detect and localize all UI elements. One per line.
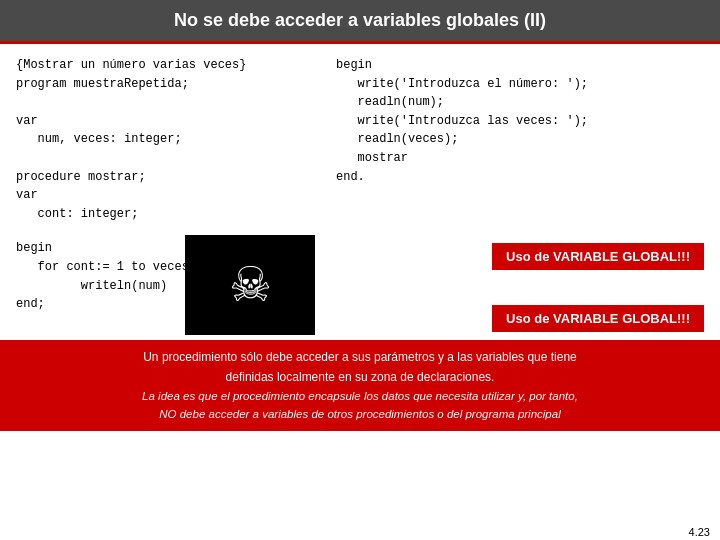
- code-line: begin: [336, 56, 684, 75]
- main-content: {Mostrar un número varias veces} program…: [0, 44, 720, 235]
- code-line: end.: [336, 168, 684, 187]
- title-bar: No se debe acceder a variables globales …: [0, 0, 720, 44]
- left-code-panel: {Mostrar un número varias veces} program…: [0, 44, 320, 235]
- warning-badge-2: Uso de VARIABLE GLOBAL!!!: [492, 305, 704, 332]
- warning-badge-1-container: Uso de VARIABLE GLOBAL!!!: [492, 243, 704, 270]
- code-line: num, veces: integer;: [16, 130, 304, 149]
- right-code-panel: begin write('Introduzca el número: '); r…: [320, 44, 700, 235]
- code-line: write('Introduzca las veces: ');: [336, 112, 684, 131]
- bottom-line-1: Un procedimiento sólo debe acceder a sus…: [16, 348, 704, 366]
- code-line: {Mostrar un número varias veces}: [16, 56, 304, 75]
- code-line: cont: integer;: [16, 205, 304, 224]
- bottom-line-3: La idea es que el procedimiento encapsul…: [16, 388, 704, 405]
- code-line: readln(veces);: [336, 130, 684, 149]
- code-line: var: [16, 186, 304, 205]
- lower-section: begin for cont:= 1 to veces do writeln(n…: [0, 235, 720, 340]
- code-line: readln(num);: [336, 93, 684, 112]
- page-number: 4.23: [687, 526, 712, 538]
- skull-icon: ☠: [229, 261, 272, 309]
- skull-box: ☠: [185, 235, 315, 335]
- code-line: procedure mostrar;: [16, 168, 304, 187]
- code-line: write('Introduzca el número: ');: [336, 75, 684, 94]
- code-line: [16, 93, 304, 112]
- bottom-line-2: definidas localmente en su zona de decla…: [16, 368, 704, 386]
- code-line: mostrar: [336, 149, 684, 168]
- code-line: program muestraRepetida;: [16, 75, 304, 94]
- warning-badge-2-container: Uso de VARIABLE GLOBAL!!!: [492, 305, 704, 332]
- code-line: [16, 149, 304, 168]
- bottom-line-4: NO debe acceder a variables de otros pro…: [16, 406, 704, 423]
- bottom-warning: Un procedimiento sólo debe acceder a sus…: [0, 340, 720, 431]
- code-writeln: writeln(num): [16, 277, 704, 296]
- title-text: No se debe acceder a variables globales …: [174, 10, 546, 30]
- code-line: var: [16, 112, 304, 131]
- warning-badge-1: Uso de VARIABLE GLOBAL!!!: [492, 243, 704, 270]
